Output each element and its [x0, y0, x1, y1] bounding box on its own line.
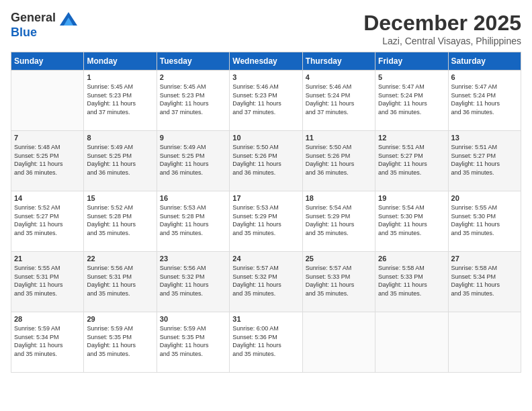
month-title: December 2025: [363, 11, 521, 36]
day-number: 7: [14, 134, 81, 142]
calendar-cell: 15Sunrise: 5:52 AM Sunset: 5:28 PM Dayli…: [84, 191, 157, 252]
day-info: Sunrise: 5:54 AM Sunset: 5:30 PM Dayligh…: [378, 203, 445, 237]
day-number: 30: [160, 315, 226, 323]
day-number: 25: [306, 255, 372, 263]
day-number: 22: [87, 255, 153, 263]
header-day-tuesday: Tuesday: [157, 52, 229, 71]
title-area: December 2025 Lazi, Central Visayas, Phi…: [363, 11, 521, 46]
day-number: 10: [232, 134, 299, 142]
day-number: 5: [378, 73, 445, 81]
day-number: 27: [451, 255, 518, 263]
day-info: Sunrise: 5:58 AM Sunset: 5:34 PM Dayligh…: [451, 264, 518, 298]
day-number: 18: [306, 194, 372, 202]
day-number: 9: [160, 134, 226, 142]
day-number: 15: [87, 194, 153, 202]
calendar-cell: 6Sunrise: 5:47 AM Sunset: 5:24 PM Daylig…: [448, 71, 521, 131]
logo-blue: Blue: [11, 26, 37, 39]
location-subtitle: Lazi, Central Visayas, Philippines: [363, 36, 521, 46]
day-number: 28: [14, 315, 81, 323]
calendar-cell: 16Sunrise: 5:53 AM Sunset: 5:28 PM Dayli…: [157, 191, 229, 252]
day-number: 1: [87, 73, 153, 81]
day-info: Sunrise: 5:47 AM Sunset: 5:24 PM Dayligh…: [451, 83, 518, 116]
day-info: Sunrise: 5:46 AM Sunset: 5:24 PM Dayligh…: [306, 83, 372, 116]
calendar-cell: 9Sunrise: 5:49 AM Sunset: 5:25 PM Daylig…: [157, 131, 229, 191]
day-number: 26: [378, 255, 445, 263]
calendar-week-row: 21Sunrise: 5:55 AM Sunset: 5:31 PM Dayli…: [11, 252, 521, 312]
day-info: Sunrise: 5:50 AM Sunset: 5:26 PM Dayligh…: [306, 143, 372, 177]
calendar-cell: [302, 312, 375, 373]
day-info: Sunrise: 5:47 AM Sunset: 5:24 PM Dayligh…: [378, 83, 445, 116]
day-info: Sunrise: 5:57 AM Sunset: 5:33 PM Dayligh…: [306, 264, 372, 298]
day-number: 31: [232, 315, 299, 323]
calendar-cell: 10Sunrise: 5:50 AM Sunset: 5:26 PM Dayli…: [230, 131, 302, 191]
calendar-week-row: 28Sunrise: 5:59 AM Sunset: 5:34 PM Dayli…: [11, 312, 521, 373]
day-info: Sunrise: 5:53 AM Sunset: 5:28 PM Dayligh…: [160, 203, 226, 237]
calendar-cell: 14Sunrise: 5:52 AM Sunset: 5:27 PM Dayli…: [11, 191, 84, 252]
day-info: Sunrise: 5:55 AM Sunset: 5:31 PM Dayligh…: [14, 264, 81, 298]
calendar-week-row: 14Sunrise: 5:52 AM Sunset: 5:27 PM Dayli…: [11, 191, 521, 252]
calendar-cell: 28Sunrise: 5:59 AM Sunset: 5:34 PM Dayli…: [11, 312, 84, 373]
calendar-cell: 19Sunrise: 5:54 AM Sunset: 5:30 PM Dayli…: [375, 191, 448, 252]
day-info: Sunrise: 5:45 AM Sunset: 5:23 PM Dayligh…: [160, 83, 226, 116]
header-day-saturday: Saturday: [448, 52, 521, 71]
calendar-cell: 29Sunrise: 5:59 AM Sunset: 5:35 PM Dayli…: [84, 312, 157, 373]
calendar-week-row: 1Sunrise: 5:45 AM Sunset: 5:23 PM Daylig…: [11, 71, 521, 131]
day-number: 16: [160, 194, 226, 202]
logo-icon: [60, 12, 77, 26]
calendar-cell: 5Sunrise: 5:47 AM Sunset: 5:24 PM Daylig…: [375, 71, 448, 131]
day-info: Sunrise: 5:49 AM Sunset: 5:25 PM Dayligh…: [87, 143, 153, 177]
calendar-cell: 7Sunrise: 5:48 AM Sunset: 5:25 PM Daylig…: [11, 131, 84, 191]
calendar-cell: 12Sunrise: 5:51 AM Sunset: 5:27 PM Dayli…: [375, 131, 448, 191]
day-info: Sunrise: 5:59 AM Sunset: 5:34 PM Dayligh…: [14, 324, 81, 358]
day-info: Sunrise: 5:52 AM Sunset: 5:28 PM Dayligh…: [87, 203, 153, 237]
calendar-cell: 13Sunrise: 5:51 AM Sunset: 5:27 PM Dayli…: [448, 131, 521, 191]
day-info: Sunrise: 5:57 AM Sunset: 5:32 PM Dayligh…: [232, 264, 299, 298]
day-info: Sunrise: 5:46 AM Sunset: 5:23 PM Dayligh…: [232, 83, 299, 116]
day-number: 19: [378, 194, 445, 202]
day-number: 24: [232, 255, 299, 263]
calendar-cell: 1Sunrise: 5:45 AM Sunset: 5:23 PM Daylig…: [84, 71, 157, 131]
day-number: 21: [14, 255, 81, 263]
day-number: 6: [451, 73, 518, 81]
calendar-cell: 30Sunrise: 5:59 AM Sunset: 5:35 PM Dayli…: [157, 312, 229, 373]
day-number: 13: [451, 134, 518, 142]
day-number: 11: [306, 134, 372, 142]
day-info: Sunrise: 5:53 AM Sunset: 5:29 PM Dayligh…: [232, 203, 299, 237]
day-info: Sunrise: 5:56 AM Sunset: 5:31 PM Dayligh…: [87, 264, 153, 298]
logo-general: General: [11, 11, 56, 24]
day-info: Sunrise: 5:59 AM Sunset: 5:35 PM Dayligh…: [87, 324, 153, 358]
calendar-cell: [448, 312, 521, 373]
day-info: Sunrise: 5:52 AM Sunset: 5:27 PM Dayligh…: [14, 203, 81, 237]
calendar-cell: 3Sunrise: 5:46 AM Sunset: 5:23 PM Daylig…: [230, 71, 302, 131]
calendar-cell: 24Sunrise: 5:57 AM Sunset: 5:32 PM Dayli…: [230, 252, 302, 312]
header-day-wednesday: Wednesday: [230, 52, 302, 71]
day-number: 2: [160, 73, 226, 81]
header-day-thursday: Thursday: [302, 52, 375, 71]
calendar-cell: [375, 312, 448, 373]
calendar-cell: 23Sunrise: 5:56 AM Sunset: 5:32 PM Dayli…: [157, 252, 229, 312]
day-info: Sunrise: 5:49 AM Sunset: 5:25 PM Dayligh…: [160, 143, 226, 177]
calendar-week-row: 7Sunrise: 5:48 AM Sunset: 5:25 PM Daylig…: [11, 131, 521, 191]
header-day-monday: Monday: [84, 52, 157, 71]
day-number: 12: [378, 134, 445, 142]
day-info: Sunrise: 5:55 AM Sunset: 5:30 PM Dayligh…: [451, 203, 518, 237]
calendar-cell: 22Sunrise: 5:56 AM Sunset: 5:31 PM Dayli…: [84, 252, 157, 312]
day-number: 29: [87, 315, 153, 323]
day-info: Sunrise: 5:48 AM Sunset: 5:25 PM Dayligh…: [14, 143, 81, 177]
day-number: 23: [160, 255, 226, 263]
calendar-cell: 27Sunrise: 5:58 AM Sunset: 5:34 PM Dayli…: [448, 252, 521, 312]
day-number: 17: [232, 194, 299, 202]
calendar-cell: 26Sunrise: 5:58 AM Sunset: 5:33 PM Dayli…: [375, 252, 448, 312]
calendar-cell: 4Sunrise: 5:46 AM Sunset: 5:24 PM Daylig…: [302, 71, 375, 131]
day-info: Sunrise: 5:58 AM Sunset: 5:33 PM Dayligh…: [378, 264, 445, 298]
day-number: 14: [14, 194, 81, 202]
logo-text: General Blue: [11, 11, 78, 40]
header-day-sunday: Sunday: [11, 52, 84, 71]
calendar-cell: 11Sunrise: 5:50 AM Sunset: 5:26 PM Dayli…: [302, 131, 375, 191]
page-header: General Blue December 2025 Lazi, Central…: [11, 11, 521, 46]
day-info: Sunrise: 5:50 AM Sunset: 5:26 PM Dayligh…: [232, 143, 299, 177]
logo: General Blue: [11, 11, 78, 40]
calendar-cell: 8Sunrise: 5:49 AM Sunset: 5:25 PM Daylig…: [84, 131, 157, 191]
calendar-cell: 25Sunrise: 5:57 AM Sunset: 5:33 PM Dayli…: [302, 252, 375, 312]
calendar-cell: 2Sunrise: 5:45 AM Sunset: 5:23 PM Daylig…: [157, 71, 229, 131]
